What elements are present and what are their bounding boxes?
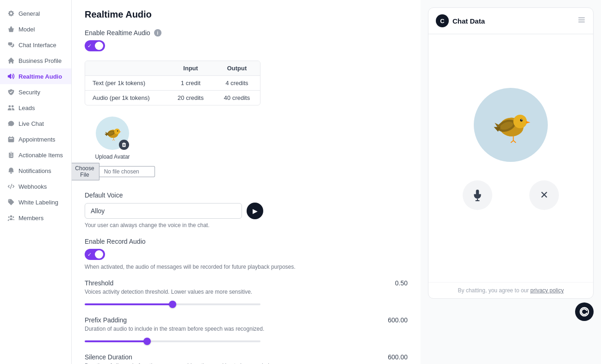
label-icon: [7, 198, 15, 206]
sidebar-item-webhooks-label: Webhooks: [19, 183, 47, 190]
threshold-header: Threshold 0.50: [85, 279, 408, 287]
enable-realtime-audio-row: Enable Realtime Audio i: [85, 29, 408, 37]
silence-duration-header: Silence Duration 600.00: [85, 353, 408, 361]
sidebar-item-business-profile[interactable]: Business Profile: [0, 53, 71, 68]
chat-brand-icon: C: [436, 14, 449, 27]
default-voice-label: Default Voice: [85, 191, 408, 199]
prefix-padding-section: Prefix Padding 600.00 Duration of audio …: [85, 316, 408, 344]
silence-duration-value: 600.00: [388, 353, 408, 361]
credits-table-row-audio: Audio (per 1k tokens) 20 credits 40 cred…: [85, 91, 260, 105]
sidebar-item-business-profile-label: Business Profile: [19, 57, 62, 64]
sidebar-item-notifications[interactable]: Notifications: [0, 163, 71, 179]
avatar-section: Upload Avatar Choose File No file chosen: [85, 117, 140, 180]
microphone-button[interactable]: [463, 180, 492, 210]
sidebar-item-appointments[interactable]: Appointments: [0, 131, 71, 147]
sidebar-item-leads[interactable]: Leads: [0, 100, 71, 116]
avatar-delete-button[interactable]: [119, 140, 129, 150]
credits-row-text-output: 4 credits: [214, 76, 260, 90]
sidebar-item-live-chat-label: Live Chat: [19, 120, 44, 127]
record-audio-toggle[interactable]: ✓: [85, 249, 105, 260]
credits-row-text-input: 1 credit: [167, 76, 214, 90]
home-icon: [7, 57, 15, 64]
svg-marker-18: [526, 121, 530, 124]
svg-point-17: [514, 115, 527, 128]
svg-line-24: [511, 141, 514, 143]
svg-line-11: [112, 140, 114, 141]
shield-icon: [7, 88, 15, 96]
info-icon[interactable]: i: [154, 29, 161, 37]
sidebar-item-security[interactable]: Security: [0, 84, 71, 100]
credits-header-input: Input: [167, 61, 214, 75]
sidebar-item-actionable-items-label: Actionable Items: [19, 152, 63, 159]
enable-realtime-audio-toggle[interactable]: ✓: [85, 40, 105, 51]
sidebar: General Model Chat Interface Business Pr…: [0, 0, 72, 364]
hamburger-icon: [577, 16, 586, 24]
bell-icon: [7, 167, 15, 174]
choose-file-button[interactable]: Choose File: [72, 163, 99, 180]
credits-header-label: [85, 61, 167, 75]
credits-header-output: Output: [214, 61, 260, 75]
svg-marker-9: [105, 134, 108, 136]
chat-preview-card: C Chat Data: [428, 7, 594, 299]
voice-select[interactable]: Alloy Echo Fable Onyx Nova Shimmer: [85, 203, 242, 219]
play-voice-button[interactable]: ▶: [247, 203, 263, 219]
chat-preview-title-row: C Chat Data: [436, 14, 485, 27]
action-icon: [7, 151, 15, 159]
credits-table: Input Output Text (per 1k tokens) 1 cred…: [85, 61, 260, 105]
sidebar-item-general[interactable]: General: [0, 6, 71, 21]
sidebar-item-appointments-label: Appointments: [19, 136, 56, 143]
enable-realtime-audio-label: Enable Realtime Audio: [85, 29, 150, 37]
sidebar-item-model[interactable]: Model: [0, 21, 71, 37]
voice-select-row: Alloy Echo Fable Onyx Nova Shimmer ▶: [85, 203, 408, 219]
svg-marker-5: [119, 131, 121, 133]
silence-duration-section: Silence Duration 600.00 Duration of sile…: [85, 353, 408, 364]
voice-hint: Your user can always change the voice in…: [85, 222, 408, 228]
record-audio-hint: When activated, the audio of messages wi…: [85, 264, 408, 270]
chat-controls: ✕: [463, 180, 559, 210]
sidebar-item-realtime-audio[interactable]: Realtime Audio: [0, 68, 71, 84]
close-button[interactable]: ✕: [529, 180, 559, 210]
bottom-logo-area: [428, 299, 594, 321]
credits-row-audio-label: Audio (per 1k tokens): [85, 91, 167, 105]
svg-point-19: [520, 119, 523, 122]
record-audio-label: Enable Record Audio: [85, 238, 408, 245]
sidebar-item-realtime-audio-label: Realtime Audio: [19, 73, 62, 80]
svg-point-4: [114, 129, 120, 135]
main-content: Realtime Audio Enable Realtime Audio i ✓…: [72, 0, 421, 364]
threshold-slider[interactable]: [85, 303, 260, 305]
sidebar-item-members-label: Members: [19, 215, 43, 222]
gear-icon: [7, 10, 15, 17]
livechat-icon: [7, 120, 15, 127]
sidebar-item-security-label: Security: [19, 89, 40, 96]
trash-icon: [121, 142, 127, 148]
sidebar-item-webhooks[interactable]: Webhooks: [0, 179, 71, 194]
sidebar-item-model-label: Model: [19, 26, 35, 33]
prefix-padding-desc: Duration of audio to include in the stre…: [85, 326, 408, 332]
audio-icon: [7, 73, 15, 80]
avatar-wrapper: [96, 117, 129, 150]
svg-point-7: [118, 130, 118, 131]
enable-toggle-row: ✓: [85, 40, 408, 51]
credits-row-audio-output: 40 credits: [214, 91, 260, 105]
sidebar-item-chat-interface-label: Chat Interface: [19, 42, 56, 49]
page-title: Realtime Audio: [85, 9, 408, 20]
sidebar-item-chat-interface[interactable]: Chat Interface: [0, 37, 71, 53]
sidebar-item-white-labeling[interactable]: White Labeling: [0, 194, 71, 210]
toggle-check-icon: ✓: [87, 43, 92, 49]
record-toggle-check-icon: ✓: [87, 252, 92, 258]
chat-footer-text: By chatting, you agree to our: [458, 287, 531, 294]
users-icon: [7, 104, 15, 111]
calendar-icon: [7, 136, 15, 143]
sidebar-item-members[interactable]: Members: [0, 210, 71, 226]
privacy-policy-link[interactable]: privacy policy: [530, 287, 564, 294]
prefix-padding-value: 600.00: [388, 316, 408, 324]
right-panel: C Chat Data: [421, 0, 601, 364]
prefix-padding-slider[interactable]: [85, 340, 260, 342]
sidebar-item-live-chat[interactable]: Live Chat: [0, 116, 71, 131]
bottom-brand-logo[interactable]: [575, 302, 594, 321]
sidebar-item-white-labeling-label: White Labeling: [19, 199, 58, 206]
sidebar-item-actionable-items[interactable]: Actionable Items: [0, 147, 71, 163]
chat-menu-icon[interactable]: [577, 16, 586, 26]
chat-avatar-large: [474, 88, 548, 162]
silence-duration-label: Silence Duration: [85, 353, 132, 361]
